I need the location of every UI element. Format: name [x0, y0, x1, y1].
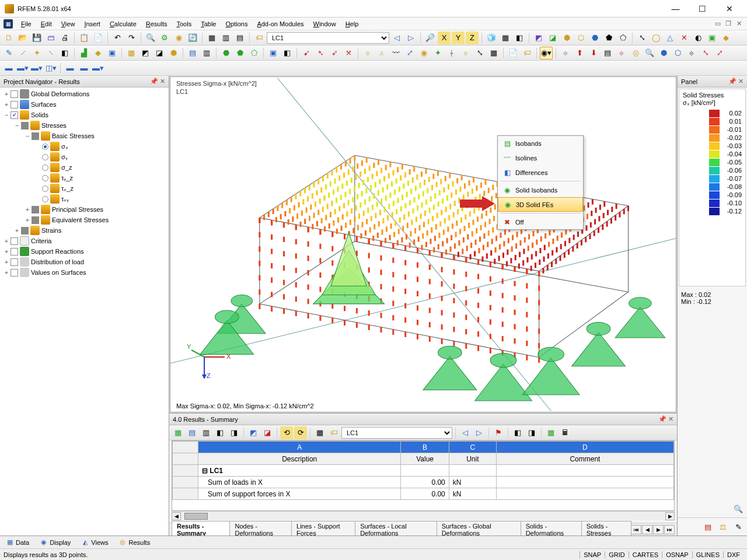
lc-prev-icon[interactable]: 🏷	[253, 32, 266, 44]
t9-button[interactable]: ⬟	[602, 32, 615, 44]
view3-button[interactable]: ▤	[233, 32, 246, 44]
undo-button[interactable]: ↶	[111, 32, 124, 44]
s14[interactable]: ▥	[200, 47, 213, 60]
save-button[interactable]: 💾	[30, 32, 43, 44]
t8-button[interactable]: ⬣	[588, 32, 601, 44]
s2[interactable]: ⟋	[16, 47, 29, 60]
menu-edit[interactable]: Edit	[36, 19, 57, 29]
rt2[interactable]: ▤	[186, 426, 198, 439]
menu-add-on-modules[interactable]: Add-on Modules	[252, 19, 308, 29]
results-tabs[interactable]: Results - SummaryNodes - DeformationsLin…	[169, 523, 677, 536]
results-grid[interactable]: ABCDDescriptionValueUnitComment⊟ LC1 Sum…	[172, 440, 675, 511]
mdi-restore-icon[interactable]: ❐	[724, 19, 733, 29]
rt12[interactable]: ⚑	[492, 426, 505, 439]
s25[interactable]: ⟑	[375, 47, 388, 60]
menu-tools[interactable]: Tools	[172, 19, 196, 29]
tree-item[interactable]: −Solids	[0, 110, 169, 120]
status-cell[interactable]: CARTES	[629, 551, 662, 558]
s34[interactable]: 📄	[507, 47, 519, 60]
s19[interactable]: ◧	[281, 47, 294, 60]
s22[interactable]: ➶	[328, 47, 341, 60]
display-mode-button[interactable]: ◉▾	[540, 47, 553, 60]
menu-file[interactable]: File	[16, 19, 36, 29]
s38[interactable]: ⬆	[573, 47, 586, 60]
s16[interactable]: ⬟	[233, 47, 246, 60]
panel-ico3[interactable]: ✎	[732, 520, 745, 533]
s40[interactable]: ▤	[601, 47, 614, 60]
t16-button[interactable]: ▣	[706, 32, 718, 44]
bottom-tab-results[interactable]: ◎Results	[116, 537, 152, 548]
bottom-tab-display[interactable]: ◉Display	[37, 537, 73, 548]
zoom-button[interactable]: 🔎	[424, 32, 437, 44]
rt6[interactable]: ◩	[247, 426, 260, 439]
tree-item[interactable]: +Surfaces	[0, 99, 169, 110]
s42[interactable]: ◎	[629, 47, 642, 60]
s45[interactable]: ⬡	[671, 47, 684, 60]
s32[interactable]: ⤡	[473, 47, 486, 60]
status-cell[interactable]: GLINES	[692, 551, 723, 558]
s13[interactable]: ▤	[186, 47, 199, 60]
new-button[interactable]: 🗋	[2, 32, 15, 44]
print-button[interactable]: 🖨	[58, 32, 71, 44]
x-view-button[interactable]: X	[438, 32, 451, 44]
rt7[interactable]: ◪	[261, 426, 274, 439]
menu-item-differences[interactable]: ◧Differences	[498, 165, 583, 180]
rt8[interactable]: ⟲	[280, 426, 293, 439]
mdi-close-icon[interactable]: ✕	[734, 19, 743, 29]
mdi-minimize-icon[interactable]: ▭	[713, 19, 722, 29]
s26[interactable]: 〰	[389, 47, 402, 60]
lc-next-button[interactable]: ▷	[404, 32, 417, 44]
s9[interactable]: ▦	[125, 47, 138, 60]
v7[interactable]: ▬▾	[92, 62, 104, 75]
rt14[interactable]: ◨	[525, 426, 538, 439]
bottom-tab-views[interactable]: ◭Views	[79, 537, 110, 548]
menu-results[interactable]: Results	[141, 19, 172, 29]
menu-item-off[interactable]: ✖Off	[498, 215, 583, 229]
status-cell[interactable]: GRID	[605, 551, 629, 558]
v2[interactable]: ▬▾	[16, 62, 29, 75]
t17-button[interactable]: ◆	[720, 32, 732, 44]
s37[interactable]: ⟐	[559, 47, 572, 60]
s20[interactable]: ➹	[300, 47, 313, 60]
s21[interactable]: ➴	[314, 47, 327, 60]
s17[interactable]: ⬠	[247, 47, 260, 60]
menu-help[interactable]: Help	[341, 19, 364, 29]
tree-item[interactable]: −Stresses	[0, 120, 169, 131]
app-menu-icon[interactable]: ▦	[4, 19, 13, 29]
s43[interactable]: 🔍	[643, 47, 656, 60]
bottom-tab-data[interactable]: ▦Data	[4, 537, 32, 548]
t15-button[interactable]: ◐	[692, 32, 704, 44]
t12-button[interactable]: ◯	[650, 32, 662, 44]
tree-item[interactable]: +Criteria	[0, 236, 169, 246]
rt-excel[interactable]: ▦	[544, 426, 557, 439]
menu-insert[interactable]: Insert	[79, 19, 105, 29]
panel-ico2[interactable]: ⚖	[717, 520, 729, 533]
menu-item-solid-isobands[interactable]: ◉Solid Isobands	[498, 183, 583, 197]
tree-item[interactable]: −Basic Stresses	[0, 131, 169, 141]
rt10[interactable]: ▦	[313, 426, 326, 439]
navigator-bottom-tabs[interactable]: ▦Data◉Display◭Views◎Results	[0, 536, 747, 548]
t7-button[interactable]: ⬡	[574, 32, 587, 44]
rt1[interactable]: ▦	[172, 426, 184, 439]
rt9[interactable]: ⟳	[294, 426, 307, 439]
tree-item[interactable]: +Equivalent Stresses	[0, 215, 169, 225]
viewport-3d[interactable]: Stresses Sigma-x [kN/cm^2] LC1	[170, 76, 676, 412]
s39[interactable]: ⬇	[587, 47, 600, 60]
view1-button[interactable]: ▦	[205, 32, 218, 44]
lc-prev-button[interactable]: ◁	[390, 32, 403, 44]
copy-button[interactable]: 📋	[78, 32, 90, 44]
s41[interactable]: ⟐	[615, 47, 628, 60]
rt-calc[interactable]: 🖩	[558, 426, 571, 439]
rt-prev[interactable]: ◁	[459, 426, 472, 439]
v5[interactable]: ▬	[64, 62, 76, 75]
t10-button[interactable]: ⬠	[616, 32, 629, 44]
s12[interactable]: ⬢	[167, 47, 180, 60]
v6[interactable]: ▬	[78, 62, 90, 75]
refresh-button[interactable]: 🔄	[186, 32, 199, 44]
tree-item[interactable]: +Support Reactions	[0, 246, 169, 257]
s30[interactable]: ⟊	[445, 47, 458, 60]
menu-window[interactable]: Window	[309, 19, 341, 29]
maximize-button[interactable]: ☐	[689, 1, 715, 17]
tree-item[interactable]: σ_z	[0, 162, 169, 173]
panel-zoom-icon[interactable]: 🔍	[732, 502, 745, 515]
